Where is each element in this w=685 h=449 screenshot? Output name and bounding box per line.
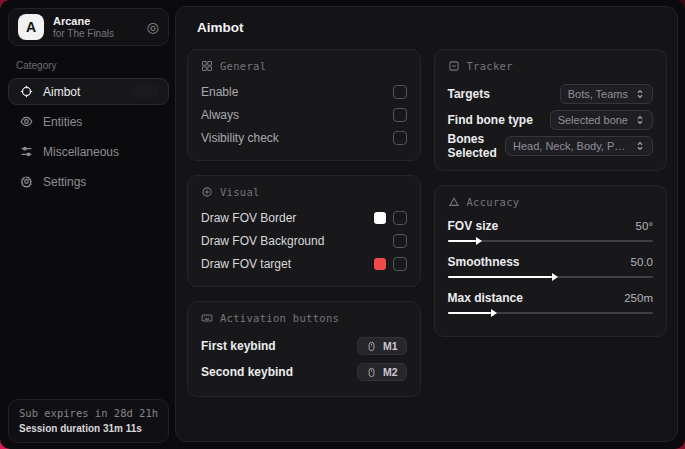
dropdown-value: Bots, Teams [568,88,628,100]
row-label: Enable [201,85,238,99]
draw-fov-border-checkbox[interactable] [393,211,407,225]
smoothness-row: Smoothness 50.0 [448,253,654,270]
targets-row: Targets Bots, Teams [448,81,654,107]
keybind-value: M2 [383,366,398,378]
enable-checkbox[interactable] [393,85,407,99]
row-label: Draw FOV Background [201,234,324,248]
chevron-up-down-icon [635,89,645,99]
row-label: Targets [448,87,490,101]
tracker-title: Tracker [467,60,513,72]
always-row: Always [201,104,407,126]
find-bone-type-row: Find bone type Selected bone [448,107,654,133]
row-label: Visibility check [201,131,279,145]
general-title: General [220,60,266,72]
visual-title: Visual [220,186,260,198]
eye-icon [19,115,33,129]
bones-selected-dropdown[interactable]: Head, Neck, Body, Pe... [505,136,653,156]
main-panel: Aimbot General Enable Always [175,6,678,442]
fov-size-row: FOV size 50° [448,217,654,234]
sidebar-item-settings[interactable]: Settings [8,168,169,195]
sidebar-item-label: Miscellaneous [43,145,158,159]
app-window: A Arcane for The Finals ◎ Category Aimbo… [0,0,685,449]
second-keybind-button[interactable]: M2 [357,363,407,381]
mouse-icon [366,341,377,352]
first-keybind-button[interactable]: M1 [357,337,407,355]
sidebar-item-label: Aimbot [43,85,122,99]
subscription-card: Sub expires in 28d 21h Session duration … [8,399,169,443]
row-label: Find bone type [448,113,533,127]
activation-card: Activation buttons First keybind M1 Seco… [187,301,421,397]
visibility-check-checkbox[interactable] [393,131,407,145]
smoothness-value: 50.0 [631,256,653,268]
sub-expiry-text: Sub expires in 28d 21h [19,407,158,419]
max-distance-slider[interactable] [448,308,654,318]
general-header: General [201,60,407,72]
dropdown-value: Head, Neck, Body, Pe... [513,140,628,152]
row-label: FOV size [448,219,499,233]
page-title: Aimbot [197,20,667,35]
sidebar-item-miscellaneous[interactable]: Miscellaneous [8,138,169,165]
find-bone-type-dropdown[interactable]: Selected bone [550,110,653,130]
right-column: Tracker Targets Bots, Teams Find bone ty… [434,49,668,337]
color-swatch[interactable] [374,212,386,224]
accuracy-title: Accuracy [467,196,520,208]
sidebar-item-label: Settings [43,175,158,189]
smoothness-slider[interactable] [448,272,654,282]
max-distance-row: Max distance 250m [448,289,654,306]
row-label: Second keybind [201,365,293,379]
draw-fov-target-checkbox[interactable] [393,257,407,271]
max-distance-value: 250m [624,292,653,304]
tracker-header: Tracker [448,60,654,72]
app-subtitle: for The Finals [53,28,138,40]
row-label: Always [201,108,239,122]
row-label: Bones Selected [448,132,506,160]
session-duration-text: Session duration 31m 11s [19,423,158,434]
row-label: Draw FOV Border [201,211,296,225]
color-swatch[interactable] [374,258,386,270]
visibility-check-row: Visibility check [201,127,407,149]
accuracy-header: Accuracy [448,196,654,208]
fov-size-slider[interactable] [448,236,654,246]
draw-fov-background-row: Draw FOV Background [201,230,407,252]
gear-icon [19,175,33,189]
sidebar-item-aimbot[interactable]: Aimbot [8,78,169,105]
chevron-up-down-icon [635,115,645,125]
first-keybind-row: First keybind M1 [201,333,407,359]
row-label: Max distance [448,291,523,305]
row-label: Draw FOV target [201,257,291,271]
keyboard-icon [201,312,213,324]
sidebar-item-label: Entities [43,115,158,129]
brand-card: A Arcane for The Finals ◎ [8,8,169,46]
visual-header: Visual [201,186,407,198]
second-keybind-row: Second keybind M2 [201,359,407,385]
target-icon[interactable]: ◎ [147,20,159,34]
fov-size-value: 50° [636,220,653,232]
draw-fov-border-row: Draw FOV Border [201,207,407,229]
mouse-icon [366,367,377,378]
sidebar-nav: Aimbot Entities Miscellaneous Settings [8,78,169,195]
sidebar: A Arcane for The Finals ◎ Category Aimbo… [0,0,175,449]
tracker-card: Tracker Targets Bots, Teams Find bone ty… [434,49,668,171]
left-column: General Enable Always Visibility check [187,49,421,397]
keybind-value: M1 [383,340,398,352]
row-label: First keybind [201,339,276,353]
circle-plus-icon [201,186,213,198]
dropdown-value: Selected bone [558,114,628,126]
targets-dropdown[interactable]: Bots, Teams [560,84,653,104]
app-logo: A [18,14,44,40]
grid-icon [201,60,213,72]
app-name: Arcane [53,15,138,28]
crosshair-icon [19,85,33,99]
enable-row: Enable [201,81,407,103]
accuracy-card: Accuracy FOV size 50° Smoothness 50.0 [434,185,668,337]
activation-header: Activation buttons [201,312,407,324]
always-checkbox[interactable] [393,108,407,122]
general-card: General Enable Always Visibility check [187,49,421,161]
sidebar-item-entities[interactable]: Entities [8,108,169,135]
sliders-icon [19,145,33,159]
draw-fov-target-row: Draw FOV target [201,253,407,275]
chevron-up-down-icon [635,141,645,151]
draw-fov-background-checkbox[interactable] [393,234,407,248]
activation-title: Activation buttons [220,312,339,324]
category-label: Category [16,60,169,71]
